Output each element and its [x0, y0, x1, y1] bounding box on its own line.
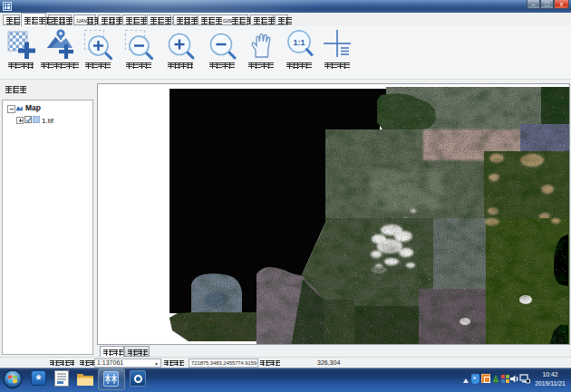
svg-text:1:1: 1:1: [293, 38, 305, 47]
